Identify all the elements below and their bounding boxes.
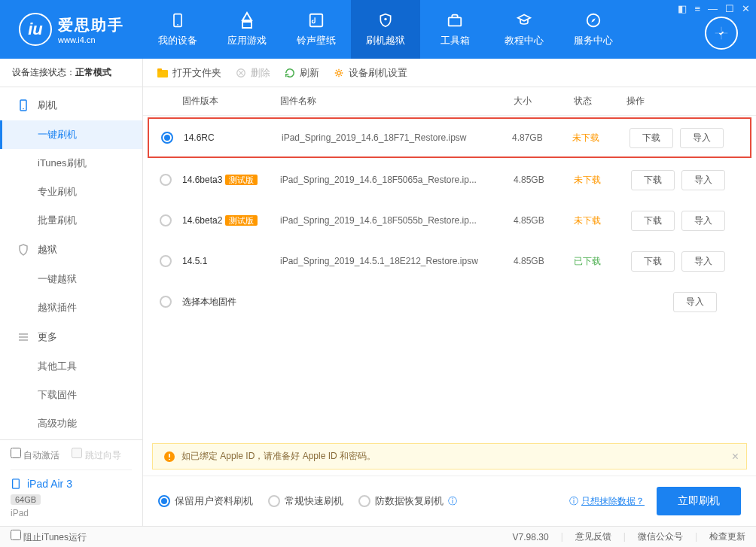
maximize-icon[interactable]: ☐ [725, 3, 734, 14]
gear-icon [333, 67, 345, 79]
sidebar-flash[interactable]: 刷机 [0, 90, 142, 120]
info-icon: ⓘ [569, 495, 578, 508]
warning-close-icon[interactable]: × [732, 450, 739, 463]
music-icon [307, 11, 325, 29]
nav-tutorials[interactable]: 教程中心 [489, 0, 559, 59]
scan-button[interactable] [705, 17, 738, 50]
nav-tabs: 我的设备 应用游戏 铃声壁纸 刷机越狱 工具箱 教程中心 服务中心 [143, 0, 628, 59]
download-button[interactable]: 下载 [631, 170, 675, 190]
download-button[interactable]: 下载 [631, 211, 675, 231]
nav-my-device[interactable]: 我的设备 [143, 0, 212, 59]
sidebar-itunes-flash[interactable]: iTunes刷机 [0, 149, 142, 178]
delete-icon [235, 67, 247, 79]
toolbox-icon [446, 11, 464, 29]
graduation-icon [515, 11, 533, 29]
sidebar-one-click-flash[interactable]: 一键刷机 [0, 120, 142, 149]
device-icon [169, 11, 187, 29]
svg-rect-7 [157, 68, 162, 71]
firmware-row[interactable]: 14.6beta2测试版 iPad_Spring_2019_14.6_18F50… [143, 200, 756, 241]
fw-version: 14.5.1 [182, 256, 280, 266]
shield2-icon [17, 243, 30, 257]
erase-data-link[interactable]: 只想抹除数据？ [581, 495, 645, 508]
more-icon [17, 330, 30, 344]
local-firmware-row[interactable]: 选择本地固件 导入 [143, 281, 756, 322]
folder-icon [157, 67, 169, 79]
nav-toolbox[interactable]: 工具箱 [420, 0, 489, 59]
import-button[interactable]: 导入 [681, 170, 725, 190]
minimize-icon[interactable]: — [708, 3, 718, 14]
shield-icon [376, 11, 395, 29]
import-button[interactable]: 导入 [673, 292, 717, 312]
sidebar-pro-flash[interactable]: 专业刷机 [0, 178, 142, 206]
apps-icon [238, 11, 256, 29]
import-button[interactable]: 导入 [681, 211, 725, 231]
nav-service[interactable]: 服务中心 [559, 0, 628, 59]
radio-icon[interactable] [161, 132, 173, 144]
nav-flash[interactable]: 刷机越狱 [351, 0, 420, 59]
sidebar-bottom: 自动激活 跳过向导 iPad Air 3 64GB iPad [0, 439, 142, 526]
radio-icon [268, 495, 280, 507]
nav-apps[interactable]: 应用游戏 [212, 0, 282, 59]
fw-status: 未下载 [572, 132, 625, 144]
radio-icon[interactable] [160, 296, 172, 308]
settings-button[interactable]: 设备刷机设置 [333, 66, 407, 80]
toolbar: 设备连接状态： 正常模式 打开文件夹 删除 刷新 设备刷机设置 [0, 59, 756, 87]
sidebar-jb-plugins[interactable]: 越狱插件 [0, 293, 142, 322]
flash-now-button[interactable]: 立即刷机 [657, 487, 741, 515]
sidebar-more[interactable]: 更多 [0, 322, 142, 352]
delete-button[interactable]: 删除 [235, 66, 270, 80]
skin-icon[interactable]: ◧ [678, 3, 687, 14]
sidebar-jailbreak[interactable]: 越狱 [0, 235, 142, 265]
fw-status: 未下载 [574, 174, 626, 187]
svg-rect-4 [449, 17, 462, 26]
radio-icon [158, 495, 170, 507]
option-normal[interactable]: 常规快速刷机 [268, 494, 343, 508]
fw-size: 4.85GB [514, 256, 574, 266]
wechat-link[interactable]: 微信公众号 [623, 530, 683, 543]
radio-icon [358, 495, 370, 507]
feedback-link[interactable]: 意见反馈 [561, 530, 611, 543]
menu-icon[interactable]: ≡ [694, 3, 700, 14]
option-recovery[interactable]: 防数据恢复刷机 ⓘ [358, 494, 457, 508]
firmware-row[interactable]: 14.5.1 iPad_Spring_2019_14.5.1_18E212_Re… [143, 241, 756, 281]
fw-status: 已下载 [574, 255, 626, 268]
firmware-row[interactable]: 14.6RC iPad_Spring_2019_14.6_18F71_Resto… [148, 117, 751, 158]
sidebar-advanced[interactable]: 高级功能 [0, 409, 142, 438]
refresh-button[interactable]: 刷新 [284, 66, 319, 80]
download-button[interactable]: 下载 [631, 251, 675, 272]
nav-ringtones[interactable]: 铃声壁纸 [282, 0, 351, 59]
skip-guide-checkbox[interactable]: 跳过向导 [72, 448, 120, 462]
check-update-link[interactable]: 检查更新 [695, 530, 745, 543]
fw-size: 4.85GB [514, 215, 574, 226]
header: iu 爱思助手 www.i4.cn 我的设备 应用游戏 铃声壁纸 刷机越狱 工具… [0, 0, 756, 59]
fw-name: iPad_Spring_2019_14.6_18F5055b_Restore.i… [280, 215, 514, 226]
radio-icon[interactable] [160, 255, 172, 267]
auto-activate-checkbox[interactable]: 自动激活 [11, 448, 59, 462]
firmware-row[interactable]: 14.6beta3测试版 iPad_Spring_2019_14.6_18F50… [143, 160, 756, 200]
fw-version: 14.6beta3测试版 [182, 175, 280, 186]
download-button[interactable]: 下载 [629, 128, 673, 148]
sidebar-batch-flash[interactable]: 批量刷机 [0, 206, 142, 235]
logo-area: iu 爱思助手 www.i4.cn [0, 13, 143, 46]
radio-icon[interactable] [160, 174, 172, 186]
close-icon[interactable]: ✕ [742, 3, 750, 14]
fw-status: 未下载 [574, 214, 626, 227]
beta-badge: 测试版 [225, 175, 258, 185]
import-button[interactable]: 导入 [681, 251, 725, 272]
option-keep-data[interactable]: 保留用户资料刷机 [158, 494, 253, 508]
open-folder-button[interactable]: 打开文件夹 [157, 66, 221, 80]
info-icon[interactable]: ⓘ [448, 495, 457, 508]
radio-icon[interactable] [160, 214, 172, 226]
svg-rect-12 [13, 479, 20, 488]
stop-itunes-checkbox[interactable]: 阻止iTunes运行 [11, 530, 87, 544]
sidebar-other-tools[interactable]: 其他工具 [0, 352, 142, 381]
svg-point-11 [23, 108, 24, 110]
sidebar-download-fw[interactable]: 下载固件 [0, 381, 142, 409]
fw-version: 14.6RC [184, 132, 282, 143]
device-name[interactable]: iPad Air 3 [11, 478, 132, 490]
sidebar-one-click-jb[interactable]: 一键越狱 [0, 265, 142, 293]
sidebar: 刷机 一键刷机 iTunes刷机 专业刷机 批量刷机 越狱 一键越狱 越狱插件 … [0, 87, 143, 526]
fw-size: 4.85GB [514, 175, 574, 185]
fw-name: iPad_Spring_2019_14.6_18F71_Restore.ipsw [282, 132, 512, 143]
import-button[interactable]: 导入 [680, 128, 724, 148]
